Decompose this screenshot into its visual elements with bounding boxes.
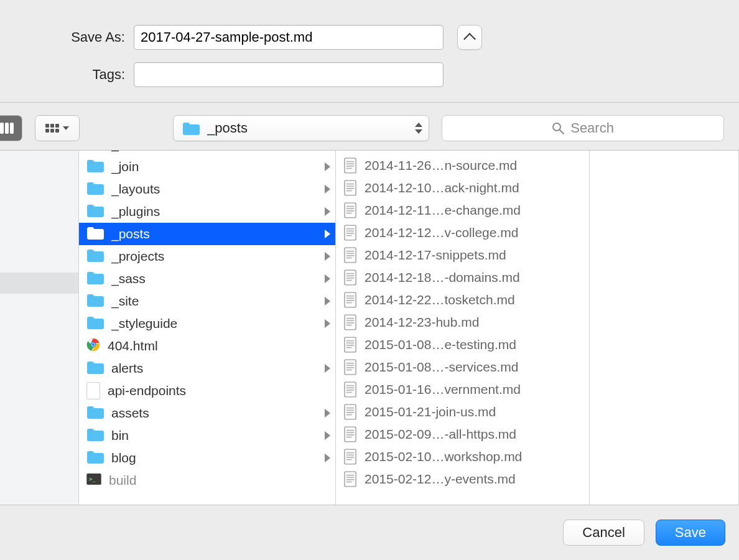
search-icon [552, 122, 564, 134]
disclosure-arrow-icon [325, 274, 330, 283]
toolbar: _posts Search [0, 103, 739, 150]
file-column[interactable]: 2014-11-26…n-source.md2014-12-10…ack-nig… [336, 151, 590, 505]
file-name: 2014-12-22…tosketch.md [365, 292, 582, 307]
folder-name: build [109, 473, 330, 488]
svg-rect-57 [346, 367, 355, 368]
folder-name: assets [111, 406, 317, 421]
svg-rect-45 [346, 318, 355, 319]
file-row[interactable]: 2015-02-12…y-events.md [336, 468, 589, 490]
svg-point-6 [92, 343, 95, 346]
folder-row[interactable]: _projects [79, 245, 335, 268]
folder-row[interactable]: _plugins [79, 200, 335, 223]
file-row[interactable]: 2014-12-10…ack-night.md [336, 177, 589, 199]
file-row[interactable]: 2015-01-08…e-testing.md [336, 334, 589, 356]
folder-row[interactable]: 404.html [79, 335, 335, 357]
arrange-button[interactable] [35, 116, 79, 141]
folder-icon [86, 405, 104, 422]
folder-row[interactable]: _site [79, 290, 335, 312]
file-row[interactable]: 2015-01-16…vernment.md [336, 378, 589, 401]
folder-row[interactable]: _layouts [79, 178, 335, 200]
document-icon [343, 426, 357, 443]
save-as-input[interactable] [134, 25, 444, 50]
file-row[interactable]: 2014-12-18…-domains.md [336, 266, 589, 289]
folder-row[interactable]: blog [79, 447, 335, 469]
folder-row[interactable]: _includes [79, 151, 335, 156]
preview-column [590, 151, 739, 505]
svg-rect-73 [346, 437, 352, 438]
file-name: 2015-01-21-join-us.md [365, 404, 582, 419]
folder-column[interactable]: _includes_join_layouts_plugins_posts_pro… [79, 151, 336, 505]
folder-icon [86, 450, 104, 467]
svg-rect-68 [346, 414, 352, 416]
folder-icon [86, 151, 104, 153]
svg-rect-61 [346, 387, 355, 388]
view-arrange-segment[interactable] [35, 115, 80, 141]
save-button[interactable]: Save [656, 520, 725, 546]
dialog-footer: Cancel Save [0, 505, 739, 560]
document-icon [343, 381, 357, 398]
view-columns-button[interactable] [0, 116, 22, 141]
location-stepper-icon [415, 123, 422, 134]
file-row[interactable]: 2014-12-11…e-change.md [336, 199, 589, 222]
document-icon [343, 358, 357, 376]
document-icon [343, 314, 357, 331]
disclosure-arrow-icon [325, 364, 330, 373]
disclosure-arrow-icon [325, 207, 330, 216]
folder-row[interactable]: >_build [79, 469, 335, 492]
folder-name: _plugins [111, 204, 317, 219]
file-browser: _includes_join_layouts_plugins_posts_pro… [0, 150, 739, 505]
svg-rect-28 [346, 235, 352, 236]
file-row[interactable]: 2014-12-17-snippets.md [336, 244, 589, 266]
disclosure-arrow-icon [325, 230, 330, 238]
file-name: 2015-01-08…-services.md [365, 360, 582, 375]
svg-rect-15 [346, 184, 355, 185]
file-row[interactable]: 2015-01-21-join-us.md [336, 401, 589, 423]
folder-row[interactable]: _posts [79, 223, 335, 245]
svg-rect-21 [346, 208, 355, 209]
svg-rect-63 [346, 392, 352, 393]
svg-rect-56 [346, 365, 355, 366]
svg-rect-32 [346, 255, 355, 256]
folder-row[interactable]: assets [79, 402, 335, 424]
location-popup[interactable]: _posts [173, 115, 429, 141]
svg-rect-53 [346, 347, 352, 348]
disclosure-arrow-icon [325, 162, 330, 171]
svg-rect-41 [346, 297, 355, 299]
chrome-icon [86, 338, 100, 355]
file-row[interactable]: 2014-12-12…v-college.md [336, 222, 589, 244]
expand-collapse-button[interactable] [457, 25, 482, 50]
folder-row[interactable]: bin [79, 424, 335, 447]
file-row[interactable]: 2015-02-10…workshop.md [336, 446, 589, 468]
svg-rect-71 [346, 432, 355, 433]
file-row[interactable]: 2015-01-08…-services.md [336, 356, 589, 378]
file-row[interactable]: 2014-11-26…n-source.md [336, 154, 589, 177]
disclosure-arrow-icon [325, 454, 330, 462]
tags-input[interactable] [134, 62, 444, 87]
svg-rect-67 [346, 412, 355, 413]
svg-rect-81 [346, 477, 355, 478]
file-row[interactable]: 2014-12-22…tosketch.md [336, 289, 589, 311]
search-field[interactable]: Search [442, 115, 724, 141]
folder-row[interactable]: _join [79, 156, 335, 178]
sidebar[interactable] [0, 151, 79, 505]
view-mode-segment[interactable] [0, 115, 22, 141]
svg-rect-83 [346, 482, 352, 483]
folder-row[interactable]: _styleguide [79, 312, 335, 335]
folder-row[interactable]: alerts [79, 357, 335, 380]
cancel-button[interactable]: Cancel [563, 520, 644, 546]
folder-name: blog [111, 450, 317, 465]
disclosure-arrow-icon [325, 409, 330, 418]
folder-row[interactable]: _sass [79, 268, 335, 290]
document-icon [343, 202, 357, 219]
file-row[interactable]: 2015-02-09…-all-https.md [336, 423, 589, 446]
folder-name: api-endpoints [108, 383, 330, 398]
svg-rect-65 [346, 408, 355, 409]
svg-rect-33 [346, 258, 352, 259]
file-row[interactable]: 2014-12-23-hub.md [336, 311, 589, 334]
svg-rect-22 [346, 210, 355, 212]
folder-row[interactable]: api-endpoints [79, 380, 335, 402]
svg-rect-13 [346, 168, 352, 169]
sidebar-selection [0, 273, 78, 294]
svg-rect-82 [346, 479, 355, 480]
disclosure-arrow-icon [325, 319, 330, 328]
